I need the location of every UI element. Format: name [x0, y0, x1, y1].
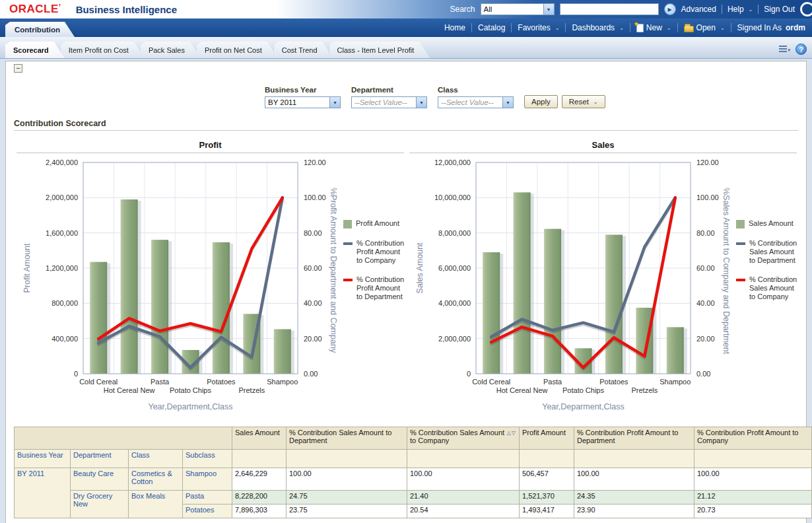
- product-title: Business Intelligence: [76, 4, 177, 15]
- section-title: Contribution Scorecard: [14, 119, 798, 128]
- svg-text:Pretzels: Pretzels: [238, 386, 265, 394]
- collapse-section-button[interactable]: −: [14, 64, 22, 73]
- table-cell-dimension[interactable]: Beauty Care: [71, 468, 129, 491]
- column-header[interactable]: % Contribution Profit Amount to Company: [694, 427, 812, 450]
- svg-text:Potatoes: Potatoes: [207, 378, 236, 386]
- svg-text:12,000,000: 12,000,000: [434, 158, 471, 166]
- tab-class-item-level-profit[interactable]: Class - Item Level Profit: [329, 42, 430, 58]
- divider: [722, 5, 722, 14]
- tab-scorecard[interactable]: Scorecard: [5, 42, 65, 58]
- menu-lines-icon: [779, 46, 787, 53]
- column-header[interactable]: Sales Amount: [232, 427, 287, 450]
- svg-text:Potato Chips: Potato Chips: [562, 386, 604, 394]
- department-select[interactable]: --Select Value-- ▼: [351, 96, 427, 108]
- legend-bar-swatch-icon: [736, 220, 745, 228]
- dimension-header[interactable]: Department: [71, 450, 129, 468]
- table-cell-dimension[interactable]: BY 2011: [15, 468, 71, 518]
- business-year-label: Business Year: [265, 86, 341, 94]
- reset-button[interactable]: Reset⌄: [562, 95, 605, 108]
- divider: [731, 23, 731, 32]
- svg-text:1,200,000: 1,200,000: [46, 264, 78, 272]
- column-header[interactable]: △▽% Contribution Sales Amount to Company: [407, 427, 520, 450]
- class-label: Class: [438, 86, 514, 94]
- divider: [758, 5, 759, 14]
- table-cell-value: 21.12: [694, 491, 812, 505]
- table-cell-dimension[interactable]: Dry Grocery New: [71, 491, 129, 518]
- table-cell-dimension[interactable]: Shampoo: [183, 468, 232, 491]
- nav-item-catalog[interactable]: Catalog: [478, 23, 505, 32]
- table-cell-dimension[interactable]: Box Meals: [129, 491, 183, 518]
- chevron-down-icon: ▾: [788, 48, 790, 53]
- brand-header: ORACLE’ Business Intelligence Search All…: [0, 0, 812, 18]
- svg-text:Pretzels: Pretzels: [631, 386, 658, 394]
- tab-cost-trend[interactable]: Cost Trend: [274, 42, 333, 58]
- dashboard-tab-contribution[interactable]: Contribution: [5, 22, 75, 37]
- chevron-down-icon[interactable]: ▼: [502, 97, 513, 108]
- table-cell-value: 100.00: [574, 468, 694, 491]
- svg-text:0: 0: [74, 370, 78, 378]
- svg-text:Shampoo: Shampoo: [660, 378, 691, 386]
- column-header[interactable]: Profit Amount: [520, 427, 574, 450]
- svg-text:0: 0: [467, 370, 471, 378]
- table-cell-value: 8,228,200: [232, 491, 287, 505]
- svg-text:0.00: 0.00: [304, 370, 318, 378]
- column-header[interactable]: % Contribution Profit Amount to Departme…: [574, 427, 694, 450]
- advanced-link[interactable]: Advanced: [681, 5, 716, 14]
- dimension-header[interactable]: Class: [129, 450, 183, 468]
- search-input[interactable]: [560, 3, 659, 15]
- svg-text:20.00: 20.00: [304, 335, 322, 343]
- table-cell-dimension[interactable]: Potatoes: [183, 505, 232, 518]
- svg-text:Sales Amount: Sales Amount: [415, 242, 424, 294]
- sort-icons[interactable]: △▽: [507, 430, 516, 436]
- legend-item: % Contribution Profit Amount to Company: [343, 239, 407, 265]
- table-cell-value: 24.75: [287, 491, 407, 505]
- charts-row: Profit 0400,000800,0001,200,0001,600,000…: [14, 135, 798, 417]
- dimension-header[interactable]: Subclass: [183, 450, 232, 468]
- table-cell-dimension[interactable]: Pasta: [183, 491, 232, 505]
- column-header[interactable]: % Contribution Sales Amount to Departmen…: [287, 427, 407, 450]
- svg-text:Year,Department,Class: Year,Department,Class: [148, 402, 232, 411]
- table-cell-value: 1,521,370: [520, 491, 574, 505]
- legend-item: Sales Amount: [736, 219, 799, 228]
- legend-item: % Contribution Profit Amount to Departme…: [343, 275, 407, 301]
- legend-item: Profit Amount: [343, 219, 407, 228]
- tab-item-profit-on-cost[interactable]: Item Profit on Cost: [61, 42, 145, 58]
- tab-profit-on-net-cost[interactable]: Profit on Net Cost: [197, 42, 278, 58]
- page-options-icon[interactable]: ▾: [779, 46, 790, 53]
- svg-text:40.00: 40.00: [696, 299, 715, 307]
- header-blank-cell: [287, 450, 407, 468]
- search-scope-select[interactable]: All ▼: [481, 3, 555, 15]
- svg-text:100.00: 100.00: [304, 193, 326, 201]
- table-cell-dimension[interactable]: Cosmetics & Cotton: [129, 468, 183, 491]
- help-menu[interactable]: Help⌄: [727, 5, 753, 14]
- class-select[interactable]: --Select Value-- ▼: [438, 96, 514, 108]
- chart-legend: Sales Amount% Contribution Sales Amount …: [736, 219, 799, 301]
- svg-text:2,000,000: 2,000,000: [46, 193, 78, 201]
- chart-legend: Profit Amount% Contribution Profit Amoun…: [343, 219, 407, 301]
- tab-pack-sales[interactable]: Pack Sales: [141, 42, 201, 58]
- new-icon: [636, 24, 644, 32]
- divider: [677, 23, 678, 32]
- table-cell-value: 2,646,229: [232, 468, 287, 491]
- help-icon[interactable]: ?: [795, 44, 807, 55]
- svg-text:Shampoo: Shampoo: [267, 378, 298, 386]
- nav-item-open[interactable]: Open⌄: [684, 23, 725, 32]
- chevron-down-icon[interactable]: ▼: [543, 4, 554, 15]
- search-go-button[interactable]: ▶: [664, 3, 676, 15]
- legend-item: % Contribution Sales Amount to Company: [736, 275, 799, 301]
- prompt-filters: Business Year BY 2011 ▼ Department --Sel…: [265, 79, 798, 108]
- nav-item-favorites[interactable]: Favorites⌄: [518, 23, 559, 32]
- svg-text:120.00: 120.00: [696, 158, 719, 166]
- dimension-header[interactable]: Business Year: [15, 450, 71, 468]
- nav-item-home[interactable]: Home: [444, 23, 465, 32]
- table-cell-value: 24.35: [574, 491, 694, 505]
- sign-out-link[interactable]: Sign Out: [764, 5, 795, 14]
- svg-text:Hot Cereal New: Hot Cereal New: [496, 386, 548, 394]
- divider: [471, 23, 472, 32]
- nav-item-dashboards[interactable]: Dashboards⌄: [572, 23, 623, 32]
- chevron-down-icon[interactable]: ▼: [329, 97, 340, 108]
- chevron-down-icon[interactable]: ▼: [416, 97, 426, 108]
- business-year-select[interactable]: BY 2011 ▼: [265, 96, 341, 108]
- apply-button[interactable]: Apply: [524, 95, 558, 108]
- nav-item-new[interactable]: New⌄: [636, 23, 671, 32]
